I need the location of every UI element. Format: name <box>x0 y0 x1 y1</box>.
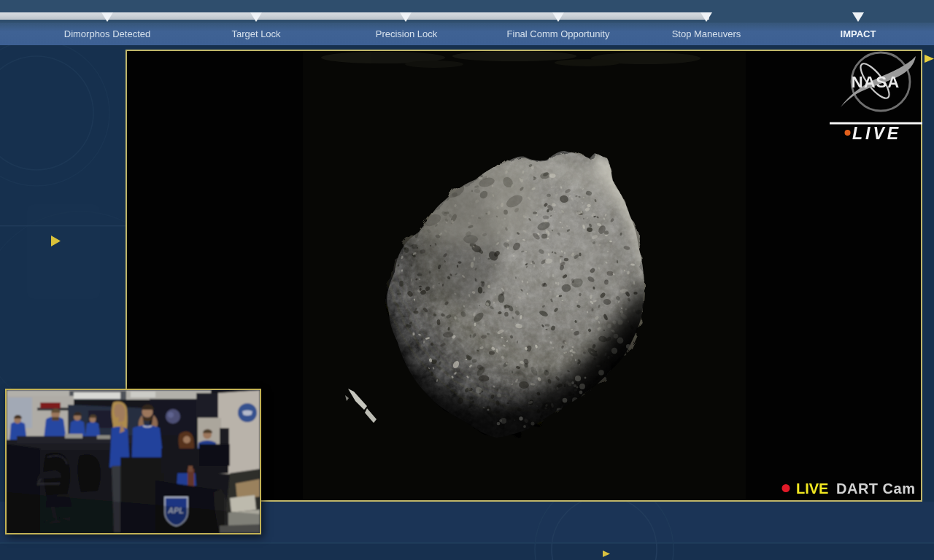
svg-text:DART Cam: DART Cam <box>836 481 915 497</box>
svg-text:LIVE: LIVE <box>796 481 828 497</box>
svg-text:LIVE: LIVE <box>852 124 901 143</box>
svg-text:NASA: NASA <box>852 73 900 91</box>
